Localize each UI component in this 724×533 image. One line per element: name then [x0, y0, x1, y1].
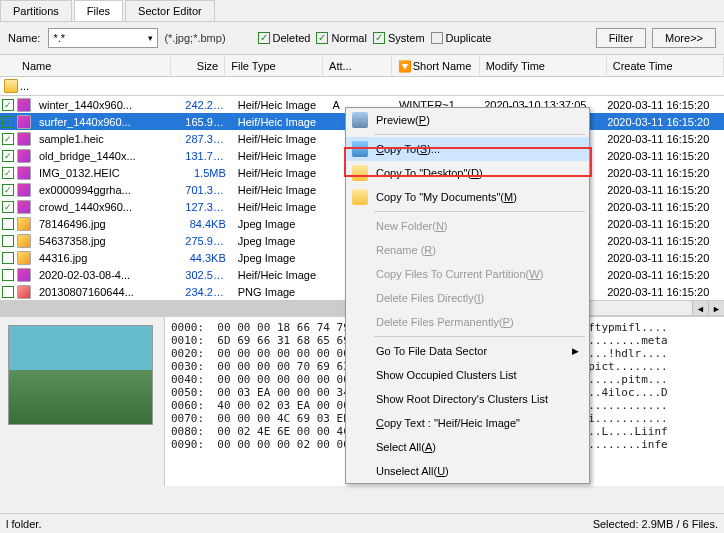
ctx-show-root[interactable]: Show Root Directory's Clusters List — [346, 387, 589, 411]
col-create-time[interactable]: Create Time — [607, 57, 724, 75]
file-name: ex0000994ggrha... — [33, 183, 179, 197]
ctx-copy-mydocs[interactable]: Copy To "My Documents"(M) — [346, 185, 589, 209]
file-name: winter_1440x960... — [33, 98, 179, 112]
name-filter-combo[interactable]: *.* — [48, 28, 158, 48]
ctx-unselect-all[interactable]: Unselect All(U) — [346, 459, 589, 483]
col-file-type[interactable]: File Type — [225, 57, 323, 75]
file-size: 127.3KB — [179, 200, 231, 214]
file-type: Heif/Heic Image — [232, 183, 327, 197]
row-checkbox[interactable]: ✓ — [2, 201, 14, 213]
file-type: Jpeg Image — [232, 251, 327, 265]
ctx-select-all[interactable]: Select All(A) — [346, 435, 589, 459]
file-create: 2020-03-11 16:15:20 — [601, 268, 724, 282]
ctx-copy-to[interactable]: Copy To(S)... — [346, 137, 589, 161]
folder-icon — [4, 79, 18, 93]
path-text: ... — [20, 80, 29, 92]
file-name: crowd_1440x960... — [33, 200, 179, 214]
row-checkbox[interactable] — [2, 218, 14, 230]
row-checkbox[interactable]: ✓ — [2, 116, 14, 128]
file-name: 20130807160644... — [33, 285, 179, 299]
col-name[interactable]: Name — [0, 57, 171, 75]
row-checkbox[interactable]: ✓ — [2, 99, 14, 111]
ctx-show-occupied[interactable]: Show Occupied Clusters List — [346, 363, 589, 387]
file-size: 44.3KB — [179, 251, 231, 265]
ctx-copy-partition: Copy Files To Current Partition(W) — [346, 262, 589, 286]
file-type-icon — [17, 183, 31, 197]
ctx-rename: Rename (R) — [346, 238, 589, 262]
chk-deleted[interactable]: ✓Deleted — [258, 32, 311, 44]
col-size[interactable]: Size — [171, 57, 225, 75]
tab-sector-editor[interactable]: Sector Editor — [125, 0, 215, 21]
file-name: sample1.heic — [33, 132, 179, 146]
tab-files[interactable]: Files — [74, 0, 123, 21]
file-name: 2020-02-03-08-4... — [33, 268, 179, 282]
file-create: 2020-03-11 16:15:20 — [601, 132, 724, 146]
file-size: 242.2KB — [179, 98, 231, 112]
ctx-delete-perm: Delete Files Permanently(P) — [346, 310, 589, 334]
file-create: 2020-03-11 16:15:20 — [601, 251, 724, 265]
filter-button[interactable]: Filter — [596, 28, 646, 48]
row-checkbox[interactable]: ✓ — [2, 167, 14, 179]
col-short-name[interactable]: 🔽 Short Name — [392, 57, 480, 75]
file-create: 2020-03-11 16:15:20 — [601, 217, 724, 231]
file-type-icon — [17, 115, 31, 129]
ctx-copy-desktop[interactable]: Copy To "Desktop"(D) — [346, 161, 589, 185]
file-type: Heif/Heic Image — [232, 115, 327, 129]
context-menu: Preview(P) Copy To(S)... Copy To "Deskto… — [345, 107, 590, 484]
scroll-right-icon[interactable]: ► — [708, 301, 724, 315]
row-checkbox[interactable] — [2, 286, 14, 298]
col-modify-time[interactable]: Modify Time — [480, 57, 607, 75]
file-type-icon — [17, 285, 31, 299]
filter-bar: Name: *.* (*.jpg;*.bmp) ✓Deleted ✓Normal… — [0, 22, 724, 55]
file-name: old_bridge_1440x... — [33, 149, 179, 163]
row-checkbox[interactable] — [2, 269, 14, 281]
file-type: Heif/Heic Image — [232, 166, 327, 180]
ctx-copy-text[interactable]: Copy Text : "Heif/Heic Image" — [346, 411, 589, 435]
row-checkbox[interactable] — [2, 252, 14, 264]
file-type-icon — [17, 98, 31, 112]
ctx-preview[interactable]: Preview(P) — [346, 108, 589, 132]
col-att[interactable]: Att... — [323, 57, 392, 75]
row-checkbox[interactable] — [2, 235, 14, 247]
submenu-arrow-icon: ▶ — [572, 346, 579, 356]
chk-system[interactable]: ✓System — [373, 32, 425, 44]
file-type-icon — [17, 149, 31, 163]
file-type: Heif/Heic Image — [232, 149, 327, 163]
file-type: Heif/Heic Image — [232, 132, 327, 146]
row-checkbox[interactable]: ✓ — [2, 184, 14, 196]
sort-arrow-icon: 🔽 — [398, 60, 410, 72]
file-size: 701.3KB — [179, 183, 231, 197]
ctx-new-folder: New Folder(N) — [346, 214, 589, 238]
main-tabs: Partitions Files Sector Editor — [0, 0, 724, 22]
file-name: IMG_0132.HEIC — [33, 166, 179, 180]
more-button[interactable]: More>> — [652, 28, 716, 48]
chk-duplicate[interactable]: ✓Duplicate — [431, 32, 492, 44]
file-create: 2020-03-11 16:15:20 — [601, 200, 724, 214]
name-label: Name: — [8, 32, 40, 44]
scroll-left-icon[interactable]: ◄ — [692, 301, 708, 315]
file-type-icon — [17, 200, 31, 214]
ctx-goto-sector[interactable]: Go To File Data Sector▶ — [346, 339, 589, 363]
file-type-icon — [17, 234, 31, 248]
row-checkbox[interactable]: ✓ — [2, 133, 14, 145]
file-create: 2020-03-11 16:15:20 — [601, 166, 724, 180]
preview-icon — [352, 112, 368, 128]
file-create: 2020-03-11 16:15:20 — [601, 234, 724, 248]
preview-pane — [0, 317, 165, 486]
copy-icon — [352, 141, 368, 157]
file-name: 54637358.jpg — [33, 234, 179, 248]
status-right: Selected: 2.9MB / 6 Files. — [593, 518, 718, 530]
ctx-delete-direct: Delete Files Directly(I) — [346, 286, 589, 310]
file-size: 287.3KB — [179, 132, 231, 146]
file-type: PNG Image — [232, 285, 327, 299]
row-checkbox[interactable]: ✓ — [2, 150, 14, 162]
file-type-icon — [17, 268, 31, 282]
tab-partitions[interactable]: Partitions — [0, 0, 72, 21]
chk-normal[interactable]: ✓Normal — [316, 32, 366, 44]
path-row[interactable]: ... — [0, 77, 724, 96]
status-left: l folder. — [6, 518, 41, 530]
file-size: 165.9KB — [179, 115, 231, 129]
file-type: Heif/Heic Image — [232, 98, 327, 112]
column-headers: Name Size File Type Att... 🔽 Short Name … — [0, 55, 724, 77]
file-name: surfer_1440x960... — [33, 115, 179, 129]
